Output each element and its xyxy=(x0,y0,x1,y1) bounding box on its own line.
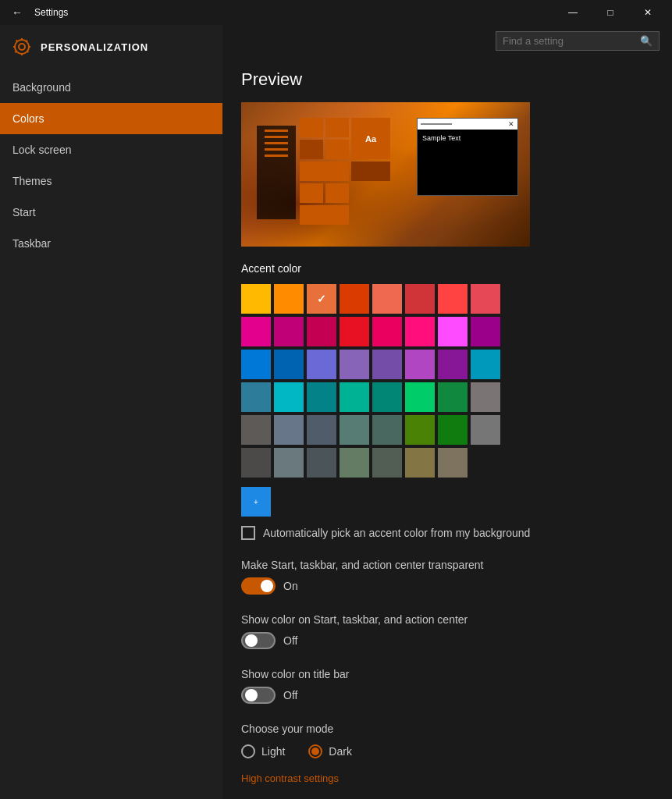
show-color-start-toggle-knob xyxy=(245,634,258,647)
find-setting-input[interactable] xyxy=(503,35,635,47)
app-layout: PERSONALIZATION BackgroundColorsLock scr… xyxy=(0,25,672,799)
show-color-start-toggle[interactable] xyxy=(241,632,276,649)
radio-item-light[interactable]: Light xyxy=(241,744,285,758)
color-swatch-21[interactable] xyxy=(405,350,435,379)
preview-tile-5 xyxy=(300,162,349,181)
color-swatch-14[interactable] xyxy=(438,317,468,346)
color-swatch-36[interactable] xyxy=(372,415,402,445)
sidebar-item-themes[interactable]: Themes xyxy=(0,165,222,197)
color-swatch-27[interactable] xyxy=(340,382,369,412)
color-swatch-34[interactable] xyxy=(307,415,336,445)
transparent-label: Make Start, taskbar, and action center t… xyxy=(241,559,653,571)
custom-color-button[interactable]: + xyxy=(241,487,271,517)
close-button[interactable]: ✕ xyxy=(630,0,666,25)
color-swatch-23[interactable] xyxy=(471,350,500,379)
preview-dialog-bar: ✕ xyxy=(418,119,517,130)
preview-tile-8 xyxy=(325,183,349,203)
color-swatch-30[interactable] xyxy=(438,382,468,412)
minimize-button[interactable]: — xyxy=(555,0,591,25)
color-swatch-9[interactable] xyxy=(274,317,304,346)
color-swatch-45[interactable] xyxy=(405,448,435,478)
gear-icon xyxy=(12,37,31,56)
show-color-title-toggle-knob xyxy=(245,689,258,701)
window-title: Settings xyxy=(34,7,68,18)
color-swatch-0[interactable] xyxy=(241,284,271,314)
color-swatch-22[interactable] xyxy=(438,350,468,379)
main-content: Preview Aa xyxy=(222,57,672,799)
color-swatch-40[interactable] xyxy=(241,448,271,478)
preview-tile-1 xyxy=(300,118,323,137)
color-swatch-4[interactable] xyxy=(372,284,402,314)
color-swatch-42[interactable] xyxy=(307,448,336,478)
color-swatch-41[interactable] xyxy=(274,448,304,478)
page-title: Preview xyxy=(241,69,653,90)
sidebar-nav: BackgroundColorsLock screenThemesStartTa… xyxy=(0,72,222,259)
sidebar-item-start[interactable]: Start xyxy=(0,197,222,228)
color-swatch-13[interactable] xyxy=(405,317,435,346)
color-swatch-15[interactable] xyxy=(471,317,500,346)
sidebar-item-taskbar[interactable]: Taskbar xyxy=(0,228,222,259)
preview-dialog-bar-line xyxy=(421,123,452,125)
color-swatch-46[interactable] xyxy=(438,448,468,478)
sidebar-header: PERSONALIZATION xyxy=(0,25,222,72)
color-swatch-3[interactable] xyxy=(340,284,369,314)
auto-pick-row: Automatically pick an accent color from … xyxy=(241,526,653,540)
color-swatch-2[interactable] xyxy=(307,284,336,314)
sidebar-item-background[interactable]: Background xyxy=(0,72,222,103)
back-button[interactable]: ← xyxy=(6,2,28,23)
show-color-title-state: Off xyxy=(283,689,297,701)
color-swatch-33[interactable] xyxy=(274,415,304,445)
color-swatch-12[interactable] xyxy=(372,317,402,346)
top-bar: 🔍 xyxy=(222,25,672,57)
preview-tiles: Aa xyxy=(300,118,390,225)
preview-start-line-1 xyxy=(265,130,288,132)
title-bar: ← Settings — □ ✕ xyxy=(0,0,672,25)
custom-color-icon: + xyxy=(254,498,258,506)
preview-tile-9 xyxy=(300,205,349,225)
color-swatch-26[interactable] xyxy=(307,382,336,412)
color-swatch-29[interactable] xyxy=(405,382,435,412)
color-swatch-17[interactable] xyxy=(274,350,304,379)
sidebar-item-lock-screen[interactable]: Lock screen xyxy=(0,134,222,165)
radio-item-dark[interactable]: Dark xyxy=(308,744,352,758)
color-swatch-8[interactable] xyxy=(241,317,271,346)
color-swatch-38[interactable] xyxy=(438,415,468,445)
color-swatch-35[interactable] xyxy=(340,415,369,445)
color-swatch-25[interactable] xyxy=(274,382,304,412)
find-setting-box[interactable]: 🔍 xyxy=(496,31,660,51)
color-swatch-16[interactable] xyxy=(241,350,271,379)
color-swatch-19[interactable] xyxy=(340,350,369,379)
transparent-toggle[interactable] xyxy=(241,577,276,595)
color-swatch-10[interactable] xyxy=(307,317,336,346)
restore-button[interactable]: □ xyxy=(592,0,628,25)
color-swatch-39[interactable] xyxy=(471,415,500,445)
preview-tile-4 xyxy=(325,140,349,159)
sidebar: PERSONALIZATION BackgroundColorsLock scr… xyxy=(0,25,222,799)
color-swatch-44[interactable] xyxy=(372,448,402,478)
sidebar-item-colors[interactable]: Colors xyxy=(0,103,222,134)
color-swatch-5[interactable] xyxy=(405,284,435,314)
preview-tile-2 xyxy=(325,118,349,137)
color-swatch-11[interactable] xyxy=(340,317,369,346)
search-icon: 🔍 xyxy=(640,35,652,47)
color-swatch-24[interactable] xyxy=(241,382,271,412)
color-swatch-7[interactable] xyxy=(471,284,500,314)
color-swatch-31[interactable] xyxy=(471,382,500,412)
color-swatch-28[interactable] xyxy=(372,382,402,412)
color-swatch-1[interactable] xyxy=(274,284,304,314)
show-color-title-label: Show color on title bar xyxy=(241,668,653,680)
show-color-title-toggle[interactable] xyxy=(241,687,276,704)
color-swatch-37[interactable] xyxy=(405,415,435,445)
preview-start-line-2 xyxy=(265,136,288,138)
mode-title: Choose your mode xyxy=(241,723,653,735)
color-swatch-18[interactable] xyxy=(307,350,336,379)
auto-pick-checkbox[interactable] xyxy=(241,526,255,540)
radio-circle-dark xyxy=(308,744,322,758)
color-swatch-6[interactable] xyxy=(438,284,468,314)
color-swatch-43[interactable] xyxy=(340,448,369,478)
mode-section: Choose your mode LightDark xyxy=(241,723,653,758)
color-swatch-20[interactable] xyxy=(372,350,402,379)
color-swatch-32[interactable] xyxy=(241,415,271,445)
show-color-start-label: Show color on Start, taskbar, and action… xyxy=(241,613,653,626)
high-contrast-link[interactable]: High contrast settings xyxy=(241,772,339,784)
